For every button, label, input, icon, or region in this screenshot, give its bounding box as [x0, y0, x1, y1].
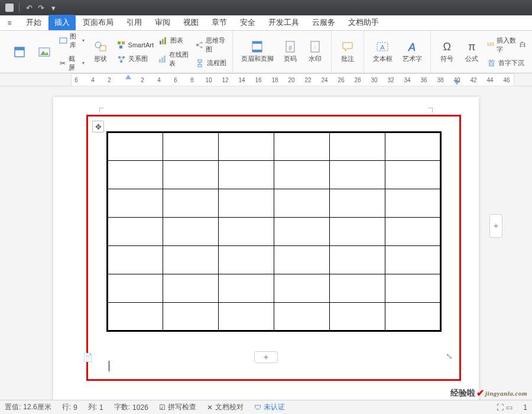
tab-start[interactable]: 开始 [20, 15, 47, 30]
pagenum-button[interactable]: # 页码 [278, 40, 303, 63]
ruler-tick: 2 [141, 77, 144, 83]
table-resize-handle[interactable]: ⤡ [446, 351, 456, 362]
table-move-handle[interactable]: ✥ [92, 121, 104, 132]
status-spellcheck[interactable]: ☑ 拼写检查 [159, 402, 196, 412]
tab-devtools[interactable]: 开发工具 [262, 15, 305, 30]
wordart-icon: A [406, 40, 419, 53]
status-position[interactable]: 置值: 12.6厘米 [5, 402, 51, 412]
add-row-button[interactable]: ＋ [254, 351, 278, 363]
insertnum-button[interactable]: ¹²³ 插入数字 白 [484, 35, 528, 55]
equation-button[interactable]: π 公式 [459, 40, 484, 63]
table-row[interactable] [108, 218, 441, 246]
gallery-button[interactable]: 图库▾ [57, 31, 87, 51]
table-row[interactable] [108, 132, 441, 161]
menu-icon[interactable]: ≡ [2, 16, 17, 30]
caret-icon: ▾ [82, 60, 85, 66]
ruler-tick: 22 [304, 77, 311, 83]
watermark-label: 水印 [309, 54, 322, 63]
quick-access-toolbar: ↶ ↷ ▾ [0, 0, 532, 15]
tab-insert[interactable]: 插入 [48, 15, 76, 30]
scissors-icon: ✂ [59, 59, 66, 68]
status-zoom[interactable]: 1 [523, 403, 527, 412]
table-row[interactable] [108, 246, 441, 274]
mindmap-button[interactable]: 思维导图 [193, 35, 229, 55]
table-row[interactable] [108, 161, 441, 189]
ruler-tick: 18 [271, 77, 278, 83]
document-table[interactable] [106, 131, 442, 332]
svg-rect-15 [162, 39, 164, 44]
add-column-button[interactable]: ＋ [489, 214, 502, 238]
chart-button[interactable]: 图表 [156, 35, 193, 47]
svg-text:A: A [408, 41, 416, 53]
onlinechart-button[interactable]: 在线图表 [156, 49, 193, 69]
tab-references[interactable]: 引用 [121, 15, 148, 30]
status-proof[interactable]: ✕ 文档校对 [207, 402, 244, 412]
screenshot-button[interactable]: ✂ 截屏▾ [57, 53, 87, 73]
status-auth[interactable]: 🛡 未认证 [254, 402, 285, 412]
picture-button[interactable] [32, 46, 57, 59]
tab-assistant[interactable]: 文档助手 [342, 15, 385, 30]
ruler-tick: 6 [174, 77, 177, 83]
separator [19, 3, 20, 12]
qat-more-icon[interactable]: ▾ [47, 2, 59, 14]
group-symbols: Ω 符号 π 公式 ¹²³ 插入数字 白 首 首字下沉 [431, 31, 532, 73]
appmenu-icon[interactable] [4, 2, 15, 14]
textbox-button[interactable]: A 文本框 [368, 40, 397, 63]
ruler-tick: 28 [354, 77, 361, 83]
layout-icon: ▭ [506, 403, 512, 412]
shapes-label: 形状 [94, 54, 107, 63]
undo-icon[interactable]: ↶ [23, 2, 35, 14]
annotate-button[interactable]: 批注 [335, 40, 360, 63]
dropcap-icon: 首 [486, 59, 496, 68]
ruler-tick: 16 [255, 77, 261, 83]
page-icon: 📄 [83, 352, 92, 362]
equation-label: 公式 [465, 54, 478, 63]
col-value: 1 [99, 403, 103, 412]
wordart-button[interactable]: A 艺术字 [397, 40, 427, 63]
tab-cloud[interactable]: 云服务 [306, 15, 341, 30]
table-row[interactable] [108, 189, 441, 218]
redo-icon[interactable]: ↷ [35, 2, 47, 14]
ruler-tick: 2 [108, 77, 111, 83]
omega-icon: Ω [440, 40, 453, 53]
cover-button[interactable] [7, 46, 32, 59]
watermark-button[interactable]: A 水印 [303, 40, 327, 63]
mindmap-label: 思维导图 [206, 36, 227, 54]
row-value: 9 [73, 403, 77, 412]
table-row[interactable] [108, 274, 441, 303]
ruler-tick: 26 [338, 77, 344, 83]
status-row[interactable]: 行: 9 [62, 402, 77, 412]
ruler-tick: 40 [453, 77, 460, 83]
dropcap-button[interactable]: 首 首字下沉 [484, 57, 528, 69]
left-indent-marker[interactable] [125, 75, 131, 79]
relation-button[interactable]: 关系图 [114, 53, 156, 65]
smartart-button[interactable]: SmartArt [114, 39, 156, 51]
tab-review[interactable]: 审阅 [149, 15, 176, 30]
tab-security[interactable]: 安全 [234, 15, 261, 30]
shapes-button[interactable]: 形状 [87, 40, 114, 63]
wordart-label: 艺术字 [403, 54, 422, 63]
symbol-label: 符号 [440, 54, 453, 63]
table-row[interactable] [108, 303, 441, 331]
ruler-tick: 4 [91, 77, 95, 83]
tab-pagelayout[interactable]: 页面布局 [77, 15, 119, 30]
status-wordcount[interactable]: 字数: 1026 [114, 402, 148, 412]
tab-view[interactable]: 视图 [177, 15, 205, 30]
document-area: ✥ ＋ ⤡ 📄 ＋ [0, 86, 532, 400]
flowchart-button[interactable]: 流程图 [193, 57, 229, 69]
headerfooter-button[interactable]: 页眉和页脚 [236, 40, 278, 63]
textbox-label: 文本框 [373, 54, 392, 63]
chart-label: 图表 [170, 36, 183, 45]
col-label: 列: [88, 402, 97, 412]
status-col[interactable]: 列: 1 [88, 402, 103, 412]
ruler-tick: 42 [470, 77, 476, 83]
smartart-icon [116, 40, 126, 50]
page: ✥ ＋ ⤡ 📄 [53, 97, 479, 400]
status-viewmode[interactable]: ⛶ ▭ [497, 403, 512, 412]
svg-marker-4 [40, 51, 48, 55]
symbol-button[interactable]: Ω 符号 [434, 40, 459, 63]
svg-rect-8 [118, 41, 121, 44]
horizontal-ruler[interactable]: 6422468101214161820222426283032343638404… [71, 73, 514, 86]
tab-chapter[interactable]: 章节 [206, 15, 233, 30]
svg-rect-16 [164, 37, 166, 44]
